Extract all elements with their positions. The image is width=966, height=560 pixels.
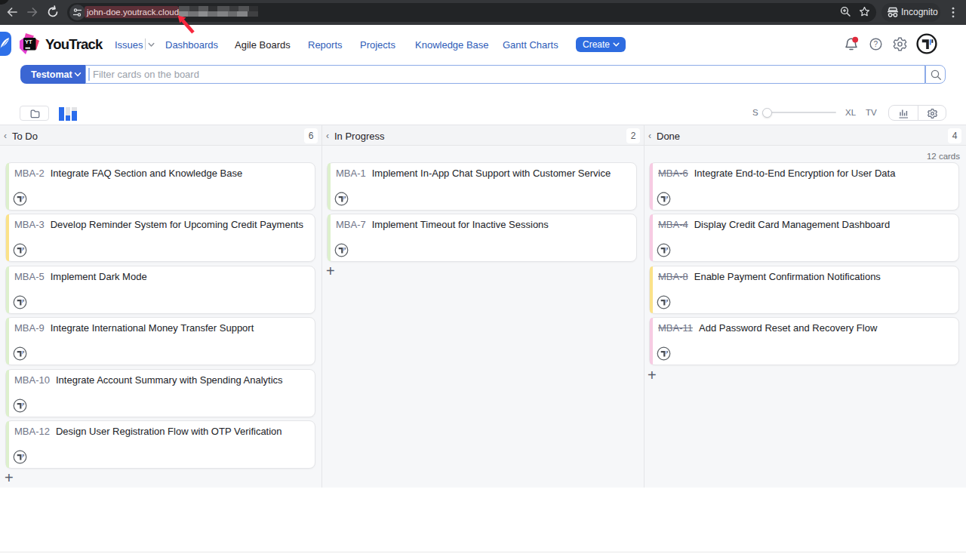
svg-text:?: ? bbox=[874, 40, 878, 48]
svg-text:YT: YT bbox=[25, 38, 32, 45]
